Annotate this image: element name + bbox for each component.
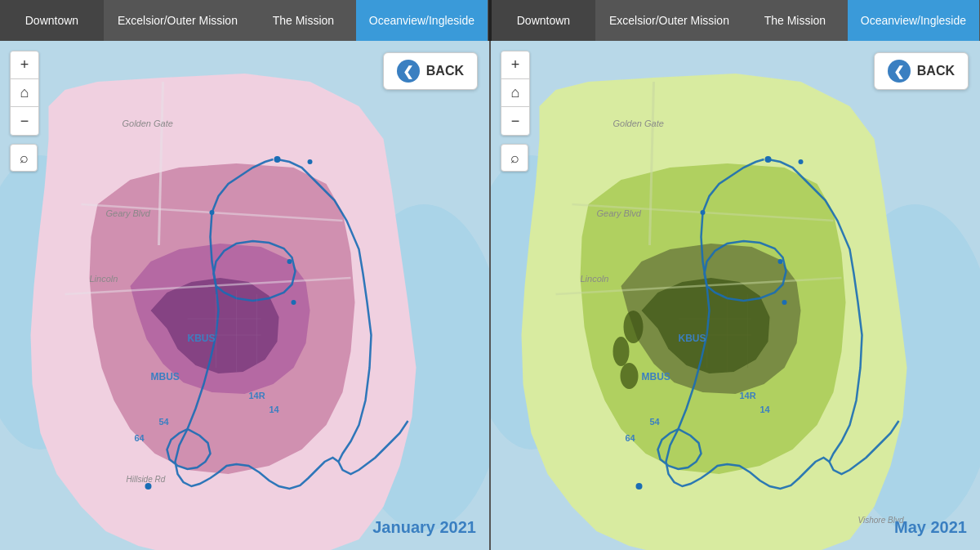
- svg-text:Golden Gate: Golden Gate: [122, 118, 173, 128]
- zoom-controls-right: + ⌂ −: [501, 51, 530, 136]
- map-background-left: KBUS MBUS 14R 14 54 64 Golden Gate Geary…: [0, 41, 489, 550]
- date-label-left: January 2021: [372, 518, 476, 537]
- map-panel-left: KBUS MBUS 14R 14 54 64 Golden Gate Geary…: [0, 41, 491, 550]
- zoom-in-button-left[interactable]: +: [11, 51, 38, 79]
- svg-text:Geary Blvd: Geary Blvd: [106, 208, 151, 218]
- tab-bar-left: Downtown Excelsior/Outer Mission The Mis…: [0, 0, 488, 41]
- svg-point-14: [287, 259, 292, 264]
- maps-container: KBUS MBUS 14R 14 54 64 Golden Gate Geary…: [0, 41, 980, 550]
- svg-text:64: 64: [135, 433, 145, 443]
- zoom-controls-left: + ⌂ −: [10, 51, 39, 136]
- tab-mission-right[interactable]: The Mission: [743, 0, 848, 41]
- svg-point-44: [778, 259, 783, 264]
- map-controls-right: + ⌂ − ⌕: [501, 51, 530, 172]
- tab-bar: Downtown Excelsior/Outer Mission The Mis…: [0, 0, 980, 41]
- svg-point-17: [145, 483, 152, 490]
- home-button-left[interactable]: ⌂: [11, 79, 38, 107]
- tab-oceanview[interactable]: Oceanview/Ingleside: [356, 0, 488, 41]
- svg-point-15: [292, 300, 296, 305]
- svg-point-32: [621, 363, 639, 389]
- svg-text:Lincoln: Lincoln: [581, 274, 609, 284]
- svg-text:64: 64: [626, 433, 636, 443]
- svg-point-16: [210, 210, 215, 215]
- zoom-out-button-right[interactable]: −: [501, 107, 529, 135]
- map-panel-right: KBUS MBUS 14R 14 54 64 Golden Gate Geary…: [491, 41, 980, 550]
- svg-text:Lincoln: Lincoln: [90, 274, 118, 284]
- svg-point-42: [765, 156, 772, 163]
- tab-oceanview-right[interactable]: Oceanview/Ingleside: [848, 0, 980, 41]
- svg-text:Golden Gate: Golden Gate: [613, 118, 664, 128]
- svg-text:14R: 14R: [249, 391, 265, 400]
- map-svg-left: KBUS MBUS 14R 14 54 64 Golden Gate Geary…: [0, 41, 489, 550]
- svg-point-31: [613, 337, 630, 366]
- back-button-right[interactable]: ❮ BACK: [874, 52, 969, 90]
- svg-text:KBUS: KBUS: [679, 333, 706, 344]
- map-svg-right: KBUS MBUS 14R 14 54 64 Golden Gate Geary…: [491, 41, 980, 550]
- svg-point-12: [274, 156, 281, 163]
- tab-excelsior-right[interactable]: Excelsior/Outer Mission: [596, 0, 743, 41]
- map-controls-left: + ⌂ − ⌕: [10, 51, 39, 172]
- svg-text:54: 54: [650, 417, 661, 427]
- search-icon: ⌕: [20, 150, 29, 167]
- svg-text:14R: 14R: [740, 391, 756, 400]
- zoom-out-button-left[interactable]: −: [11, 107, 38, 135]
- search-button-right[interactable]: ⌕: [501, 144, 528, 172]
- svg-point-30: [624, 311, 644, 343]
- tab-excelsior[interactable]: Excelsior/Outer Mission: [105, 0, 252, 41]
- tab-downtown-right[interactable]: Downtown: [492, 0, 596, 41]
- svg-text:KBUS: KBUS: [188, 333, 216, 344]
- home-icon-right: ⌂: [511, 84, 520, 101]
- svg-point-45: [782, 300, 787, 305]
- svg-text:54: 54: [159, 417, 170, 427]
- svg-text:14: 14: [270, 405, 280, 414]
- svg-text:MBUS: MBUS: [151, 371, 180, 382]
- search-icon-right: ⌕: [510, 150, 519, 167]
- home-button-right[interactable]: ⌂: [501, 79, 529, 107]
- svg-text:14: 14: [760, 405, 771, 414]
- back-button-left[interactable]: ❮ BACK: [383, 52, 478, 90]
- svg-point-47: [636, 483, 643, 490]
- date-label-right: May 2021: [894, 518, 967, 537]
- home-icon: ⌂: [20, 84, 29, 101]
- tab-bar-right: Downtown Excelsior/Outer Mission The Mis…: [492, 0, 980, 41]
- svg-point-13: [308, 159, 313, 164]
- svg-text:MBUS: MBUS: [642, 371, 670, 382]
- search-button-left[interactable]: ⌕: [10, 144, 38, 172]
- back-chevron-right: ❮: [888, 60, 911, 83]
- map-background-right: KBUS MBUS 14R 14 54 64 Golden Gate Geary…: [491, 41, 980, 550]
- back-chevron-left: ❮: [397, 60, 420, 83]
- svg-point-43: [799, 159, 804, 164]
- svg-point-46: [701, 210, 706, 215]
- svg-text:Geary Blvd: Geary Blvd: [597, 208, 642, 218]
- svg-text:Hillside Rd: Hillside Rd: [127, 475, 166, 484]
- tab-downtown[interactable]: Downtown: [0, 0, 105, 41]
- tab-mission[interactable]: The Mission: [252, 0, 356, 41]
- zoom-in-button-right[interactable]: +: [501, 51, 529, 79]
